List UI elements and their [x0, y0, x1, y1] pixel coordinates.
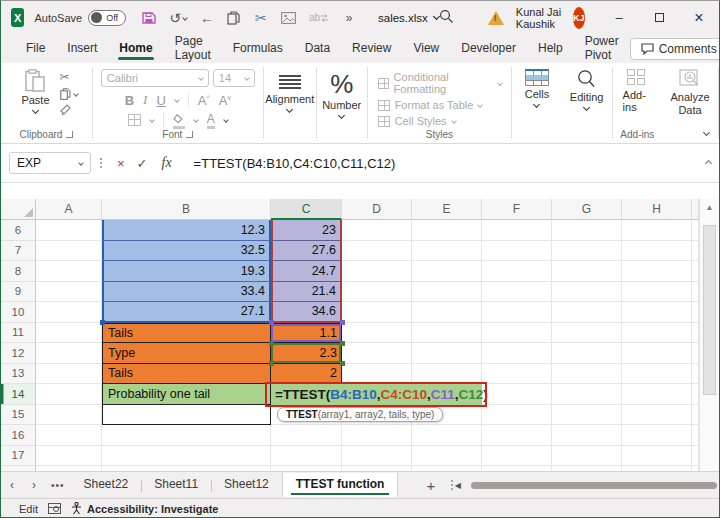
cell-f14[interactable]	[482, 384, 552, 405]
cell-f10[interactable]	[482, 302, 552, 323]
cell-b12[interactable]: Type	[102, 343, 271, 364]
sheet-tab-sheet22[interactable]: Sheet22	[71, 473, 142, 497]
user-avatar[interactable]: KJ	[573, 7, 585, 29]
name-box[interactable]: EXP	[9, 152, 91, 174]
cell-e16[interactable]	[412, 425, 482, 446]
editing-button[interactable]: Editing	[564, 67, 610, 112]
cell-a15[interactable]	[36, 405, 102, 426]
cell-c11[interactable]: 1.1	[271, 323, 342, 344]
cell-h10[interactable]	[622, 302, 692, 323]
font-size-select[interactable]: 14	[213, 69, 255, 87]
tab-insert[interactable]: Insert	[56, 36, 108, 62]
cell-filler-12[interactable]	[692, 343, 699, 364]
undo-icon[interactable]: ↺	[169, 10, 187, 26]
autosave-control[interactable]: AutoSave Off	[34, 10, 126, 26]
close-button[interactable]: ×	[679, 1, 719, 34]
cell-e17[interactable]	[412, 446, 482, 467]
cell-e10[interactable]	[412, 302, 482, 323]
sheet-options-icon[interactable]	[451, 480, 453, 490]
cell-e9[interactable]	[412, 282, 482, 303]
selection-handle[interactable]	[340, 341, 345, 346]
cell-e7[interactable]	[412, 241, 482, 262]
cell-h12[interactable]	[622, 343, 692, 364]
cell-g7[interactable]	[552, 241, 622, 262]
cell-a9[interactable]	[36, 282, 102, 303]
cell-d9[interactable]	[342, 282, 412, 303]
cell-c16[interactable]	[271, 425, 342, 446]
sheet-tab-ttest-function[interactable]: TTEST function	[282, 473, 399, 497]
formula-bar-text[interactable]: =TTEST(B4:B10,C4:C10,C11,C12)	[194, 156, 396, 171]
search-icon[interactable]	[439, 9, 454, 26]
cell-b7[interactable]: 32.5	[102, 241, 271, 262]
cells-button[interactable]: Cells	[519, 67, 555, 109]
fill-color-button[interactable]	[173, 111, 185, 129]
cell-g15[interactable]	[552, 405, 622, 426]
cell-a12[interactable]	[36, 343, 102, 364]
row-header-13[interactable]: 13	[1, 364, 36, 385]
cell-f11[interactable]	[482, 323, 552, 344]
document-title[interactable]: sales.xlsx	[378, 12, 439, 24]
font-color-button[interactable]: A	[207, 112, 215, 129]
cell-c9[interactable]: 21.4	[271, 282, 342, 303]
row-header-6[interactable]: 6	[1, 220, 36, 241]
tab-help[interactable]: Help	[527, 36, 574, 62]
expand-formula-bar-icon[interactable]	[705, 159, 712, 166]
cell-d17[interactable]	[342, 446, 412, 467]
row-header-8[interactable]: 8	[1, 261, 36, 282]
underline-button[interactable]: U	[156, 93, 165, 108]
row-header-15[interactable]: 15	[1, 405, 36, 426]
find-replace-icon[interactable]: ab	[309, 12, 329, 23]
cell-a16[interactable]	[36, 425, 102, 446]
cell-filler-8[interactable]	[692, 261, 699, 282]
cell-b6[interactable]: 12.3	[102, 220, 271, 241]
sheet-tab-sheet12[interactable]: Sheet12	[211, 473, 282, 497]
next-sheet-icon[interactable]: ›	[23, 478, 45, 492]
column-header-c[interactable]: C	[271, 199, 342, 220]
horizontal-scroll-thumb[interactable]	[471, 482, 717, 489]
font-name-select[interactable]: Calibri	[101, 69, 209, 87]
cell-g10[interactable]	[552, 302, 622, 323]
format-painter-button[interactable]	[60, 104, 78, 116]
cell-a7[interactable]	[36, 241, 102, 262]
bold-button[interactable]: B	[125, 93, 134, 108]
italic-button[interactable]: I	[143, 92, 147, 108]
copy-icon[interactable]	[227, 11, 241, 25]
cell-b14[interactable]: Probability one tail	[102, 384, 271, 405]
cell-g16[interactable]	[552, 425, 622, 446]
column-header-f[interactable]: F	[482, 199, 552, 220]
cell-c6[interactable]: 23	[271, 220, 342, 241]
analyze-data-button[interactable]: Analyze Data	[660, 67, 720, 118]
cell-h6[interactable]	[622, 220, 692, 241]
cell-a6[interactable]	[36, 220, 102, 241]
borders-icon[interactable]	[128, 114, 141, 126]
cell-h8[interactable]	[622, 261, 692, 282]
cell-styles-button[interactable]: Cell Styles	[378, 115, 456, 127]
cell-f15[interactable]	[482, 405, 552, 426]
tab-formulas[interactable]: Formulas	[222, 36, 294, 62]
back-icon[interactable]: ←	[200, 10, 214, 26]
tab-file[interactable]: File	[15, 36, 56, 62]
row-header-7[interactable]: 7	[1, 241, 36, 262]
cell-a11[interactable]	[36, 323, 102, 344]
cell-filler-6[interactable]	[692, 220, 699, 241]
cell-filler-7[interactable]	[692, 241, 699, 262]
number-button[interactable]: % Number	[316, 67, 367, 120]
autosave-toggle[interactable]: Off	[88, 10, 126, 26]
selection-handle[interactable]	[269, 320, 274, 325]
more-commands-icon[interactable]: »	[342, 11, 356, 25]
cell-b17[interactable]	[102, 446, 271, 467]
cancel-icon[interactable]: ×	[117, 156, 125, 171]
vertical-scroll-thumb[interactable]	[703, 225, 716, 395]
cell-filler-15[interactable]	[692, 405, 699, 426]
row-header-10[interactable]: 10	[1, 302, 36, 323]
column-header-e[interactable]: E	[412, 199, 482, 220]
fill-handle[interactable]	[100, 320, 105, 325]
row-header-17[interactable]: 17	[1, 446, 36, 467]
chevron-down-icon[interactable]	[149, 117, 155, 123]
cell-c8[interactable]: 24.7	[271, 261, 342, 282]
dialog-launcher-icon[interactable]	[186, 131, 193, 138]
cell-b11[interactable]: Tails	[102, 323, 271, 344]
chevron-down-icon[interactable]	[193, 117, 199, 123]
row-header-12[interactable]: 12	[1, 343, 36, 364]
cell-g13[interactable]	[552, 364, 622, 385]
